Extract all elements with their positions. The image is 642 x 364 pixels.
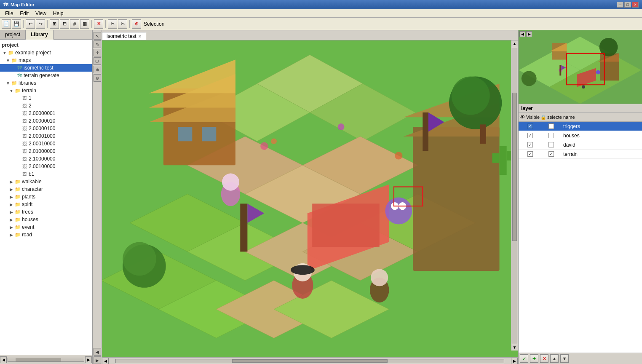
expand-houses[interactable]: ▶ <box>8 217 14 222</box>
expand-walkable[interactable]: ▶ <box>8 179 14 185</box>
scroll-down-button[interactable]: ▼ <box>511 344 518 351</box>
tree-item-maps[interactable]: ▼ 📁 maps <box>0 56 92 64</box>
layer-row-houses[interactable]: houses <box>519 131 642 140</box>
vt-cross-button[interactable]: ✛ <box>94 49 101 56</box>
expand-terrain[interactable]: ▼ <box>8 88 14 94</box>
tree-item-houses[interactable]: ▶📁houses <box>0 216 92 223</box>
lock-checkbox-houses[interactable] <box>548 133 554 138</box>
vt-pencil-button[interactable]: ✎ <box>94 40 101 48</box>
tree-item-t7[interactable]: 🖼2.00010000 <box>0 140 92 147</box>
scissors-button[interactable]: ✂ <box>108 19 117 29</box>
tree-item-trees[interactable]: ▶📁trees <box>0 208 92 216</box>
save-button[interactable]: 💾 <box>12 19 21 29</box>
tree-item-road[interactable]: ▶📁road <box>0 231 92 238</box>
expand-character[interactable]: ▶ <box>8 186 14 192</box>
tree-item-walkable[interactable]: ▶📁walkable <box>0 178 92 185</box>
expand-example-project[interactable]: ▼ <box>2 50 8 56</box>
undo-button[interactable]: ↩ <box>26 19 35 29</box>
vt-hex-button[interactable]: ⬡ <box>94 57 101 65</box>
expand-trees[interactable]: ▶ <box>8 209 14 215</box>
layer-row-david[interactable]: david <box>519 140 642 150</box>
hscroll-track[interactable] <box>115 359 504 363</box>
map-tab-close-button[interactable]: ✕ <box>138 34 142 39</box>
scroll-right-button[interactable]: ▶ <box>85 356 92 363</box>
layer-lock-david[interactable] <box>540 142 562 147</box>
hscroll-left-button[interactable]: ◀ <box>102 358 109 364</box>
tree-item-t9[interactable]: 🖼2.10000000 <box>0 155 92 163</box>
hscroll-right-button[interactable]: ▶ <box>511 358 518 364</box>
check-all-layers-button[interactable]: ✓ <box>520 354 528 363</box>
grid-button[interactable]: ⊞ <box>50 19 59 29</box>
vt-nav-left-button[interactable]: ◀ <box>94 348 101 356</box>
tree-item-isometric-test[interactable]: 🗺 isometric test <box>0 64 92 72</box>
map-tab-isometric-test[interactable]: isometric test ✕ <box>102 32 146 40</box>
lock-checkbox-triggers[interactable] <box>548 123 554 129</box>
close-map-button[interactable]: ✕ <box>94 19 103 29</box>
menu-edit[interactable]: Edit <box>16 10 32 17</box>
layer-lock-houses[interactable] <box>540 133 562 138</box>
move-layer-up-button[interactable]: ▲ <box>550 354 559 363</box>
tree-item-spirit[interactable]: ▶📁spirit <box>0 201 92 208</box>
tree-item-event[interactable]: ▶📁event <box>0 223 92 231</box>
visible-checkbox-terrain[interactable] <box>527 151 533 157</box>
tree-item-terrain-generate[interactable]: 🗺 terrain generate <box>0 72 92 79</box>
tree-item-libraries[interactable]: ▼ 📁 libraries <box>0 79 92 87</box>
close-button[interactable]: ✕ <box>632 2 639 8</box>
vt-nav-right-button[interactable]: ▶ <box>94 356 101 364</box>
horizontal-scrollbar[interactable] <box>8 358 84 362</box>
menu-help[interactable]: Help <box>50 10 67 17</box>
new-file-button[interactable]: 📄 <box>2 19 11 29</box>
tree-item-example-project[interactable]: ▼ 📁 example project <box>0 49 92 56</box>
expand-event[interactable]: ▶ <box>8 224 14 230</box>
scroll-up-button[interactable]: ▲ <box>511 40 518 47</box>
vt-zoom-out-button[interactable]: ⊖ <box>94 74 101 82</box>
layer-row-triggers[interactable]: triggers <box>519 122 642 131</box>
hash-button[interactable]: # <box>70 19 79 29</box>
remove-layer-button[interactable]: ✕ <box>540 354 548 363</box>
redo-button[interactable]: ↪ <box>36 19 45 29</box>
minimap-nav-button[interactable]: ◀ <box>519 31 525 37</box>
menu-file[interactable]: File <box>2 10 16 17</box>
tree-item-t8[interactable]: 🖼2.01000000 <box>0 147 92 155</box>
layer-visible-triggers[interactable] <box>519 123 540 129</box>
tree-item-terrain-folder[interactable]: ▼ 📁 terrain <box>0 87 92 94</box>
move-layer-down-button[interactable]: ▼ <box>560 354 569 363</box>
grid2-button[interactable]: ⊟ <box>60 19 69 29</box>
layer-row-terrain[interactable]: terrain <box>519 150 642 159</box>
expand-spirit[interactable]: ▶ <box>8 201 14 207</box>
tree-item-t3[interactable]: 🖼2.00000001 <box>0 110 92 117</box>
tree-item-t6[interactable]: 🖼2.00001000 <box>0 132 92 140</box>
tab-project[interactable]: project <box>0 30 26 39</box>
add-layer-button[interactable]: + <box>530 354 538 363</box>
expand-plants[interactable]: ▶ <box>8 194 14 200</box>
expand-libraries[interactable]: ▼ <box>5 80 11 86</box>
vertical-scrollbar[interactable]: ▲ ▼ <box>511 40 518 351</box>
visible-checkbox-houses[interactable] <box>527 133 533 138</box>
layer-visible-terrain[interactable] <box>519 151 540 157</box>
table-button[interactable]: ▦ <box>80 19 89 29</box>
expand-maps[interactable]: ▼ <box>5 57 11 63</box>
tree-item-t4[interactable]: 🖼2.00000010 <box>0 117 92 125</box>
vt-arrow-button[interactable]: ↖ <box>94 32 101 40</box>
tree-item-character[interactable]: ▶📁character <box>0 185 92 193</box>
trim-button[interactable]: ✄ <box>118 19 127 29</box>
menu-view[interactable]: View <box>32 10 50 17</box>
map-viewport[interactable]: ▲ ▼ <box>102 40 518 357</box>
tree-item-t10[interactable]: 🖼2.00100000 <box>0 163 92 170</box>
lock-checkbox-david[interactable] <box>548 142 554 147</box>
layer-lock-triggers[interactable] <box>540 123 562 129</box>
maximize-button[interactable]: □ <box>624 2 631 8</box>
layer-lock-terrain[interactable] <box>540 151 562 157</box>
tab-library[interactable]: Library <box>26 30 54 40</box>
expand-road[interactable]: ▶ <box>8 232 14 238</box>
visible-checkbox-david[interactable] <box>527 142 533 147</box>
tree-item-t1[interactable]: 🖼1 <box>0 94 92 102</box>
lock-checkbox-terrain[interactable] <box>548 151 554 157</box>
tree-item-b1[interactable]: 🖼b1 <box>0 170 92 178</box>
visible-checkbox-triggers[interactable] <box>527 123 533 129</box>
tree-item-t2[interactable]: 🖼2 <box>0 102 92 110</box>
tree-item-t5[interactable]: 🖼2.00000100 <box>0 125 92 132</box>
minimize-button[interactable]: ─ <box>617 2 623 8</box>
vt-zoom-in-button[interactable]: ⊕ <box>94 66 101 73</box>
minimap-nav2-button[interactable]: ▶ <box>526 31 532 37</box>
